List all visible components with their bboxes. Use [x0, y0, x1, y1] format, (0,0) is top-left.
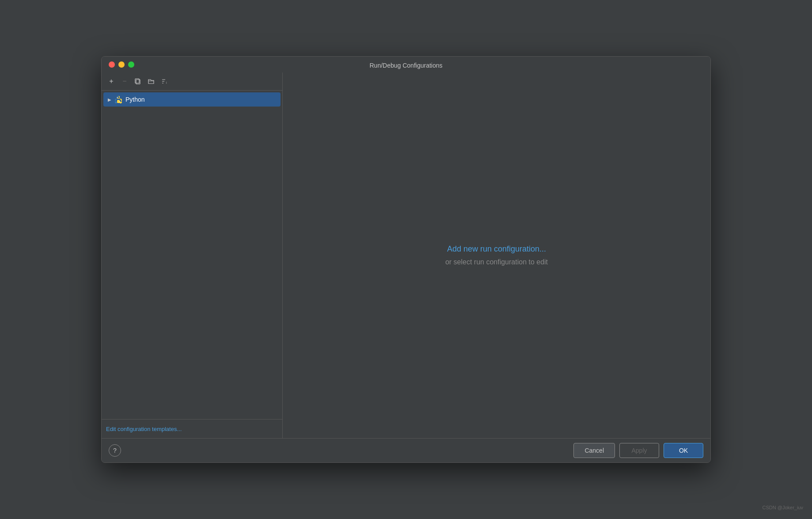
dialog-title: Run/Debug Configurations — [370, 62, 443, 69]
sidebar-item-python-label: Python — [125, 96, 145, 103]
svg-point-7 — [119, 101, 120, 102]
svg-text:↕: ↕ — [166, 81, 167, 84]
watermark: CSDN @Joker_iuv — [763, 505, 803, 510]
add-config-button[interactable]: + — [105, 75, 118, 88]
folder-icon — [148, 78, 155, 85]
run-debug-dialog: Run/Debug Configurations + − — [101, 56, 711, 463]
folder-config-button[interactable] — [145, 75, 157, 88]
chevron-right-icon: ▶ — [108, 97, 111, 102]
sidebar: + − — [102, 73, 283, 438]
copy-icon — [134, 78, 141, 85]
footer-right: Cancel Apply OK — [573, 443, 703, 458]
sidebar-item-python[interactable]: ▶ Python — [103, 92, 281, 107]
edit-templates-link[interactable]: Edit configuration templates... — [106, 426, 182, 432]
sort-config-button[interactable]: ↕ — [158, 75, 171, 88]
apply-button[interactable]: Apply — [619, 443, 659, 458]
sidebar-toolbar: + − — [102, 73, 282, 91]
cancel-button[interactable]: Cancel — [573, 443, 615, 458]
dialog-footer: ? Cancel Apply OK — [102, 438, 710, 462]
window-controls — [109, 61, 134, 68]
remove-config-button[interactable]: − — [118, 75, 131, 88]
dialog-body: + − — [102, 73, 710, 438]
python-icon — [114, 95, 123, 104]
copy-config-button[interactable] — [132, 75, 144, 88]
help-button[interactable]: ? — [109, 444, 121, 457]
minimize-button[interactable] — [118, 61, 125, 68]
add-new-run-config-link[interactable]: Add new run configuration... — [447, 244, 546, 254]
footer-left: ? — [109, 444, 121, 457]
svg-point-6 — [117, 97, 118, 98]
sort-icon: ↕ — [161, 78, 168, 85]
sidebar-footer: Edit configuration templates... — [102, 419, 282, 438]
ok-button[interactable]: OK — [664, 443, 703, 458]
main-content: Add new run configuration... or select r… — [283, 73, 710, 438]
select-config-text: or select run configuration to edit — [445, 258, 548, 266]
title-bar: Run/Debug Configurations — [102, 57, 710, 73]
close-button[interactable] — [109, 61, 115, 68]
sidebar-list: ▶ Python — [102, 91, 282, 419]
maximize-button[interactable] — [128, 61, 134, 68]
